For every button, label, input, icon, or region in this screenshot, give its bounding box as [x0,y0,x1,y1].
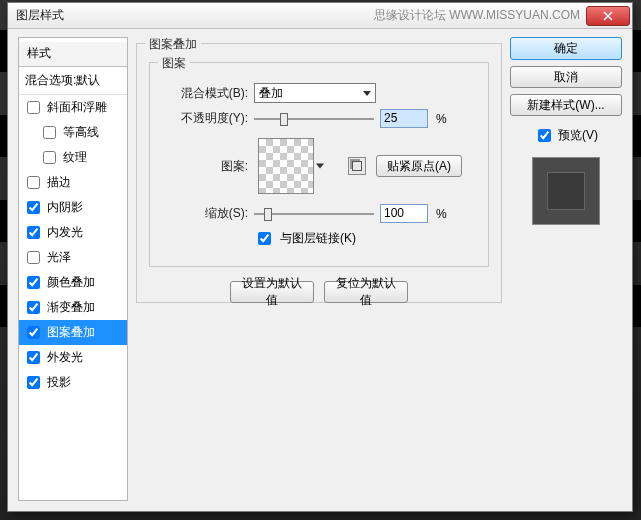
pattern-group-title: 图案 [158,55,190,72]
style-item-gradient-overlay[interactable]: 渐变叠加 [19,295,127,320]
settings-panel: 图案叠加 图案 混合模式(B): 叠加 不透明度(Y): [136,37,502,501]
pattern-label: 图案: [162,158,248,175]
style-item-contour[interactable]: 等高线 [19,120,127,145]
style-item-texture[interactable]: 纹理 [19,145,127,170]
style-checkbox[interactable] [43,126,56,139]
style-item-stroke[interactable]: 描边 [19,170,127,195]
style-item-satin[interactable]: 光泽 [19,245,127,270]
cancel-button[interactable]: 取消 [510,66,622,88]
new-pattern-button[interactable] [348,157,366,175]
dialog-title: 图层样式 [16,7,64,24]
blend-mode-combo[interactable]: 叠加 [254,83,376,103]
style-checkbox[interactable] [27,301,40,314]
new-icon [352,161,362,171]
watermark-text: 思缘设计论坛 WWW.MISSYUAN.COM [374,7,580,24]
blend-mode-label: 混合模式(B): [162,85,248,102]
style-item-drop-shadow[interactable]: 投影 [19,370,127,395]
style-item-color-overlay[interactable]: 颜色叠加 [19,270,127,295]
scale-slider[interactable] [254,206,374,222]
make-default-button[interactable]: 设置为默认值 [230,281,314,303]
style-item-outer-glow[interactable]: 外发光 [19,345,127,370]
pattern-group: 图案 混合模式(B): 叠加 不透明度(Y): [149,62,489,267]
chevron-down-icon [363,91,371,96]
preview-thumbnail [532,157,600,225]
blending-options-item[interactable]: 混合选项:默认 [19,67,127,95]
group-title: 图案叠加 [145,36,201,53]
close-button[interactable] [586,6,630,26]
style-checkbox[interactable] [27,276,40,289]
link-with-layer-label: 与图层链接(K) [280,230,356,247]
style-checkbox[interactable] [27,351,40,364]
snap-to-origin-button[interactable]: 贴紧原点(A) [376,155,462,177]
opacity-input[interactable]: 25 [380,109,428,128]
style-checkbox[interactable] [27,251,40,264]
style-checkbox[interactable] [27,226,40,239]
opacity-slider[interactable] [254,111,374,127]
style-item-pattern-overlay[interactable]: 图案叠加 [19,320,127,345]
style-checkbox[interactable] [27,101,40,114]
pattern-swatch[interactable] [258,138,314,194]
style-checkbox[interactable] [27,176,40,189]
new-style-button[interactable]: 新建样式(W)... [510,94,622,116]
scale-input[interactable]: 100 [380,204,428,223]
styles-header: 样式 [19,42,127,67]
close-icon [603,11,613,21]
titlebar: 图层样式 思缘设计论坛 WWW.MISSYUAN.COM [8,3,632,29]
scale-label: 缩放(S): [162,205,248,222]
reset-default-button[interactable]: 复位为默认值 [324,281,408,303]
styles-list-panel: 样式 混合选项:默认 斜面和浮雕 等高线 纹理 描边 内阴影 内发光 光泽 颜色… [18,37,128,501]
preview-checkbox-row[interactable]: 预览(V) [510,126,622,145]
style-checkbox[interactable] [43,151,56,164]
layer-style-dialog: 图层样式 思缘设计论坛 WWW.MISSYUAN.COM 样式 混合选项:默认 … [7,2,633,512]
style-item-inner-shadow[interactable]: 内阴影 [19,195,127,220]
slider-thumb[interactable] [280,113,288,126]
pattern-overlay-group: 图案叠加 图案 混合模式(B): 叠加 不透明度(Y): [136,43,502,303]
right-panel: 确定 取消 新建样式(W)... 预览(V) [510,37,622,501]
style-checkbox[interactable] [27,376,40,389]
ok-button[interactable]: 确定 [510,37,622,60]
chevron-down-icon [316,164,324,169]
opacity-label: 不透明度(Y): [162,110,248,127]
style-checkbox[interactable] [27,326,40,339]
slider-thumb[interactable] [264,208,272,221]
preview-checkbox[interactable] [538,129,551,142]
style-item-bevel[interactable]: 斜面和浮雕 [19,95,127,120]
style-item-inner-glow[interactable]: 内发光 [19,220,127,245]
link-with-layer-checkbox[interactable] [258,232,271,245]
style-checkbox[interactable] [27,201,40,214]
